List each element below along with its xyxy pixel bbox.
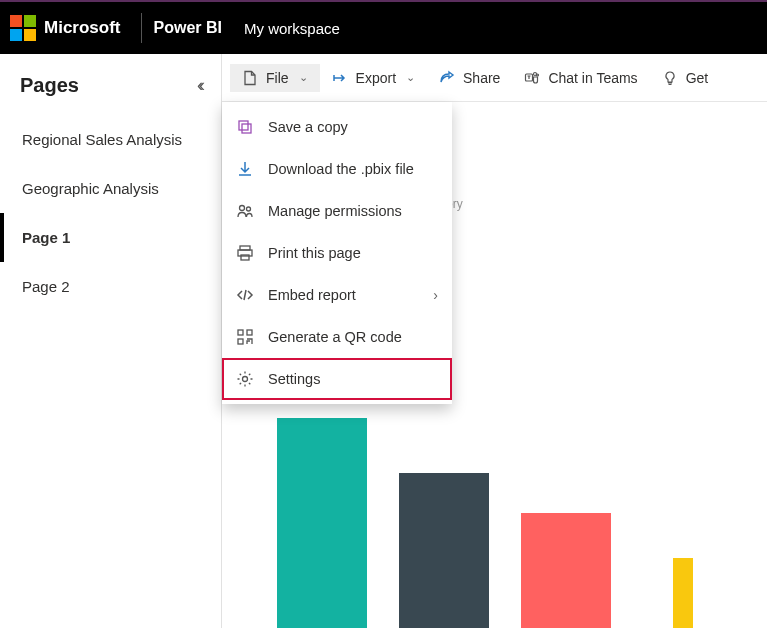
menu-item-label: Generate a QR code bbox=[268, 329, 402, 345]
lightbulb-icon bbox=[662, 70, 678, 86]
chart-bar bbox=[521, 513, 611, 628]
report-toolbar: File ⌄ Export ⌄ Share bbox=[222, 54, 767, 102]
chevron-down-icon: ⌄ bbox=[299, 71, 308, 84]
chart-bar bbox=[277, 418, 367, 628]
pages-sidebar: Pages ‹‹ Regional Sales AnalysisGeograph… bbox=[0, 54, 222, 628]
chart-bar bbox=[673, 558, 693, 628]
share-button[interactable]: Share bbox=[427, 64, 512, 92]
microsoft-logo-icon bbox=[10, 15, 36, 41]
file-menu-button[interactable]: File ⌄ bbox=[230, 64, 320, 92]
sidebar-title: Pages bbox=[20, 74, 79, 97]
menu-item-label: Manage permissions bbox=[268, 203, 402, 219]
divider bbox=[141, 13, 142, 43]
menu-item-label: Embed report bbox=[268, 287, 356, 303]
menu-item-embed-report[interactable]: Embed report › bbox=[222, 274, 452, 316]
share-label: Share bbox=[463, 70, 500, 86]
microsoft-brand-label: Microsoft bbox=[44, 18, 121, 38]
page-item[interactable]: Regional Sales Analysis bbox=[0, 115, 221, 164]
svg-point-2 bbox=[537, 74, 539, 76]
gear-icon bbox=[236, 370, 254, 388]
chat-in-teams-label: Chat in Teams bbox=[548, 70, 637, 86]
page-item[interactable]: Page 1 bbox=[0, 213, 221, 262]
export-icon bbox=[332, 70, 348, 86]
svg-point-5 bbox=[240, 206, 245, 211]
print-icon bbox=[236, 244, 254, 262]
code-icon bbox=[236, 286, 254, 304]
people-icon bbox=[236, 202, 254, 220]
copy-icon bbox=[236, 118, 254, 136]
top-bar: Microsoft Power BI My workspace bbox=[0, 0, 767, 54]
svg-point-6 bbox=[247, 207, 251, 211]
page-item[interactable]: Page 2 bbox=[0, 262, 221, 311]
menu-item-generate-qr-code[interactable]: Generate a QR code bbox=[222, 316, 452, 358]
product-name[interactable]: Power BI bbox=[154, 19, 222, 37]
svg-rect-3 bbox=[239, 121, 248, 130]
bar-chart-partial bbox=[222, 418, 767, 628]
chevron-down-icon: ⌄ bbox=[406, 71, 415, 84]
qr-code-icon bbox=[236, 328, 254, 346]
menu-item-label: Print this page bbox=[268, 245, 361, 261]
svg-point-13 bbox=[243, 377, 248, 382]
file-dropdown-menu: Save a copy Download the .pbix file Mana… bbox=[222, 102, 452, 404]
menu-item-download-pbix[interactable]: Download the .pbix file bbox=[222, 148, 452, 190]
workspace-breadcrumb[interactable]: My workspace bbox=[244, 20, 340, 37]
pages-list: Regional Sales AnalysisGeographic Analys… bbox=[0, 115, 221, 311]
menu-item-save-a-copy[interactable]: Save a copy bbox=[222, 106, 452, 148]
get-insights-button-partial[interactable]: Get bbox=[650, 64, 721, 92]
svg-rect-11 bbox=[247, 330, 252, 335]
file-menu-label: File bbox=[266, 70, 289, 86]
menu-item-manage-permissions[interactable]: Manage permissions bbox=[222, 190, 452, 232]
get-insights-label: Get bbox=[686, 70, 709, 86]
collapse-sidebar-icon[interactable]: ‹‹ bbox=[199, 75, 207, 96]
svg-rect-10 bbox=[238, 330, 243, 335]
download-icon bbox=[236, 160, 254, 178]
menu-item-print-this-page[interactable]: Print this page bbox=[222, 232, 452, 274]
menu-item-label: Save a copy bbox=[268, 119, 348, 135]
export-menu-label: Export bbox=[356, 70, 396, 86]
menu-item-label: Settings bbox=[268, 371, 320, 387]
teams-icon bbox=[524, 70, 540, 86]
share-icon bbox=[439, 70, 455, 86]
svg-rect-4 bbox=[242, 124, 251, 133]
page-item[interactable]: Geographic Analysis bbox=[0, 164, 221, 213]
file-icon bbox=[242, 70, 258, 86]
svg-rect-12 bbox=[238, 339, 243, 344]
chat-in-teams-button[interactable]: Chat in Teams bbox=[512, 64, 649, 92]
chevron-right-icon: › bbox=[433, 287, 438, 303]
export-menu-button[interactable]: Export ⌄ bbox=[320, 64, 427, 92]
menu-item-settings[interactable]: Settings bbox=[222, 358, 452, 400]
chart-bar bbox=[399, 473, 489, 628]
menu-item-label: Download the .pbix file bbox=[268, 161, 414, 177]
